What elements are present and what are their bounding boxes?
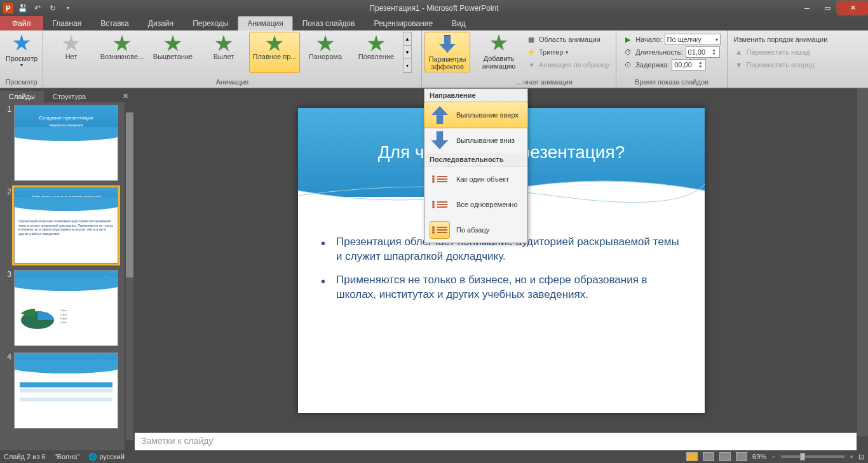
tab-insert[interactable]: Вставка — [91, 16, 139, 30]
dd-all-at-once[interactable]: Все одновременно — [424, 192, 527, 217]
tab-slides[interactable]: Слайды — [0, 91, 44, 102]
view-normal-button[interactable] — [686, 452, 698, 461]
preview-button[interactable]: Просмотр ▾ — [3, 32, 41, 69]
effect-options-button[interactable]: Параметры эффектов — [424, 32, 470, 72]
thumb-number: 2 — [3, 187, 14, 264]
app-logo[interactable]: P — [3, 3, 14, 14]
start-label: Начало: — [635, 36, 661, 43]
delay-label: Задержка: — [635, 61, 669, 69]
anim-none[interactable]: Нет — [46, 32, 97, 73]
tab-review[interactable]: Рецензирование — [364, 16, 442, 30]
add-animation-button[interactable]: ✦ Добавить анимацию — [475, 32, 522, 71]
thumbnail-2[interactable]: Для чего нужна презентация? Презентация … — [14, 187, 118, 264]
group-animation-label: Анимация — [46, 77, 419, 88]
tab-animation[interactable]: Анимация — [238, 16, 292, 30]
quick-access-toolbar: P 💾 ↶ ↻ ▾ — [0, 2, 75, 15]
thumb-number: 4 — [3, 352, 14, 429]
duration-spinner[interactable]: 01,00▲▼ — [686, 46, 720, 58]
dd-by-paragraph[interactable]: По абзацу — [424, 217, 527, 243]
view-sorter-button[interactable] — [703, 452, 714, 461]
dd-section-direction: Направление — [424, 89, 527, 102]
tab-outline[interactable]: Структура — [44, 91, 95, 102]
anim-fade[interactable]: Выцветание — [147, 32, 198, 73]
anim-split[interactable]: Панорама — [300, 32, 351, 73]
dd-float-down[interactable]: Выплывание вниз — [424, 128, 527, 153]
trigger-icon: ⚡ — [526, 47, 536, 57]
down-icon: ▼ — [734, 60, 744, 70]
status-theme: "Волна" — [55, 453, 80, 460]
zoom-out-button[interactable]: − — [771, 453, 775, 460]
view-slideshow-button[interactable] — [736, 452, 747, 461]
fit-button[interactable]: ⊡ — [858, 453, 864, 461]
slide-content[interactable]: Презентация облегчает понимание аудитори… — [298, 222, 705, 413]
zoom-slider[interactable] — [781, 455, 844, 458]
pane-icon: ▦ — [526, 34, 536, 44]
minimize-button[interactable]: ─ — [797, 2, 817, 15]
redo-icon[interactable]: ↻ — [46, 2, 60, 15]
dd-one-object[interactable]: Как один объект — [424, 166, 527, 192]
anim-wipe[interactable]: Появление — [351, 32, 402, 73]
tab-file[interactable]: Файл — [0, 16, 43, 30]
start-combo[interactable]: По щелчку▾ — [665, 34, 721, 45]
move-earlier-button: ▲Переместить назад — [733, 46, 829, 58]
thumbnails: 1 Создание презентацииРазработка материа… — [0, 102, 135, 450]
undo-icon[interactable]: ↶ — [31, 2, 44, 15]
start-icon: ▶ — [623, 34, 633, 44]
anim-appear[interactable]: Возникнове... — [97, 32, 147, 73]
delay-icon: ⏲ — [623, 60, 633, 70]
tab-design[interactable]: Дизайн — [139, 16, 183, 30]
group-preview-label: Просмотр — [3, 77, 40, 88]
status-lang: 🌐 русский — [88, 453, 125, 461]
window-title: Презентация1 - Microsoft PowerPoint — [369, 4, 498, 13]
tab-view[interactable]: Вид — [442, 16, 475, 30]
ribbon: Просмотр ▾ Просмотр Нет Возникнове... Вы… — [0, 30, 868, 88]
slide-panel: Слайды Структура ✕ 1 Создание презентаци… — [0, 88, 135, 450]
trigger-button[interactable]: ⚡Триггер ▾ — [525, 46, 611, 58]
move-later-button: ▼Переместить вперед — [733, 58, 829, 71]
window-controls: ─ ▭ ✕ — [797, 2, 868, 15]
reorder-title: Изменить порядок анимации — [733, 33, 829, 46]
up-icon: ▲ — [734, 47, 744, 57]
animation-pane-button[interactable]: ▦Область анимации — [525, 33, 611, 46]
gallery-scroll[interactable]: ▲▼▾ — [403, 32, 412, 73]
group-advanced-label: …нная анимация — [475, 77, 613, 88]
title-bar: P 💾 ↶ ↻ ▾ Презентация1 - Microsoft Power… — [0, 0, 868, 16]
zoom-level: 69% — [752, 453, 766, 460]
status-slide: Слайд 2 из 6 — [4, 453, 46, 460]
effect-options-dropdown: Направление Выплывание вверх Выплывание … — [424, 88, 528, 243]
thumbnail-3[interactable]: График популярности презентаций ▪ Item▪ … — [14, 270, 118, 346]
delay-spinner[interactable]: 00,00▲▼ — [672, 59, 706, 70]
tab-slideshow[interactable]: Показ слайдов — [293, 16, 365, 30]
effect-options-label: Параметры эффектов — [429, 55, 466, 70]
tab-home[interactable]: Главная — [43, 16, 92, 30]
animation-painter-button: ✦Анимация по образцу — [525, 58, 611, 71]
close-button[interactable]: ✕ — [837, 2, 868, 15]
panel-close-icon[interactable]: ✕ — [116, 90, 135, 102]
thumb-number: 1 — [3, 105, 14, 181]
thumb-number: 3 — [3, 270, 14, 346]
editor-scrollbar[interactable] — [857, 88, 868, 436]
group-timing-label: Время показа слайдов — [619, 77, 724, 88]
dd-float-up[interactable]: Выплывание вверх — [424, 102, 528, 128]
duration-label: Длительность: — [635, 48, 682, 56]
status-bar: Слайд 2 из 6 "Волна" 🌐 русский 69% − + ⊡ — [0, 450, 868, 463]
thumbnail-4[interactable]: Рост популярности презентаций — [14, 352, 118, 429]
panel-scrollbar[interactable] — [125, 102, 135, 450]
maximize-button[interactable]: ▭ — [817, 2, 837, 15]
qat-dropdown-icon[interactable]: ▾ — [61, 2, 75, 15]
notes-pane[interactable]: Заметки к слайду — [135, 433, 857, 450]
animation-gallery[interactable]: Нет Возникнове... Выцветание Вылет Плавн… — [46, 32, 412, 73]
preview-label: Просмотр — [6, 55, 37, 62]
dd-section-sequence: Последовательность — [424, 153, 527, 166]
view-reading-button[interactable] — [719, 452, 731, 461]
save-icon[interactable]: 💾 — [15, 2, 29, 15]
anim-float[interactable]: Плавное пр... — [249, 32, 300, 73]
zoom-in-button[interactable]: + — [850, 453, 853, 460]
tab-transitions[interactable]: Переходы — [183, 16, 238, 30]
anim-fly[interactable]: Вылет — [198, 32, 249, 73]
painter-icon: ✦ — [526, 60, 536, 70]
bullet-2: Применяются не только в бизнесе, но и сф… — [336, 273, 679, 302]
thumbnail-1[interactable]: Создание презентацииРазработка материала — [14, 105, 118, 181]
duration-icon: ⏱ — [623, 47, 633, 57]
add-animation-label: Добавить анимацию — [479, 55, 519, 70]
